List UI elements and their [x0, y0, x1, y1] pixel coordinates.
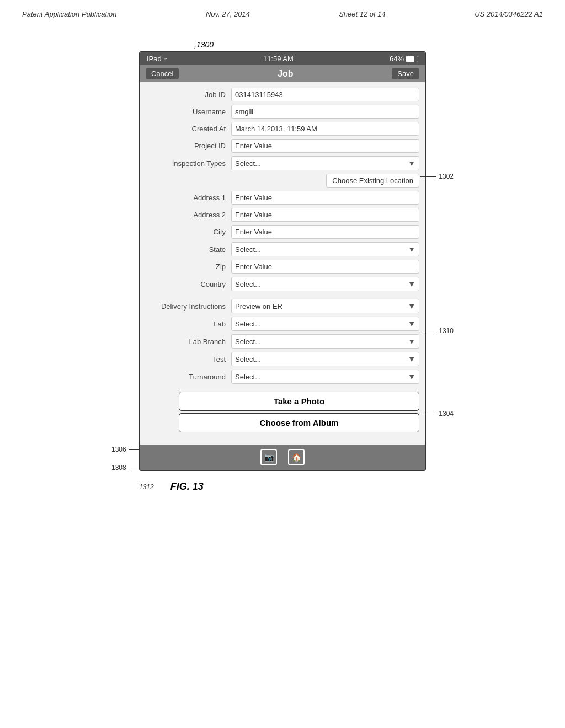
form-row-created-at: Created At March 14,2013, 11:59 AM — [140, 122, 425, 136]
form-row-lab: Lab Select... ▼ — [140, 317, 425, 331]
camera-icon[interactable]: 📷 — [260, 449, 277, 465]
form-row-username: Username smgill — [140, 105, 425, 119]
patent-sheet: Sheet 12 of 14 — [339, 10, 386, 18]
annotation-1304: 1304 — [420, 410, 454, 417]
select-inspection-types-text: Select... — [235, 159, 408, 168]
label-address1: Address 1 — [146, 194, 231, 202]
label-city: City — [146, 228, 231, 236]
choose-album-button[interactable]: Choose from Album — [179, 413, 419, 432]
take-photo-button[interactable]: Take a Photo — [179, 392, 419, 411]
form-row-country: Country Select... ▼ — [140, 277, 425, 291]
label-username: Username — [146, 108, 231, 116]
status-bar: IPad ≈ 11:59 AM 64% — [140, 52, 425, 65]
choose-album-row: Choose from Album — [140, 413, 425, 435]
input-city[interactable]: Enter Value — [231, 225, 419, 239]
figure-ref-1300: ,1300 — [194, 40, 214, 49]
wifi-icon: ≈ — [164, 56, 167, 62]
spacer3 — [140, 435, 425, 439]
input-zip[interactable]: Enter Value — [231, 260, 419, 274]
home-icon[interactable]: 🏠 — [288, 449, 305, 465]
form-row-test: Test Select... ▼ — [140, 352, 425, 366]
annotation-1306: 1306 — [111, 446, 140, 453]
system-bar: 📷 🏠 — [140, 445, 425, 470]
annotation-1308: 1308 — [111, 464, 140, 472]
form-content: Job ID 031413115943 Username smgill Crea… — [140, 82, 425, 445]
take-photo-row: Take a Photo — [140, 392, 425, 413]
select-delivery-text: Preview on ER — [235, 302, 408, 311]
select-test[interactable]: Select... ▼ — [231, 352, 419, 366]
select-test-text: Select... — [235, 355, 408, 363]
select-lab[interactable]: Select... ▼ — [231, 317, 419, 331]
select-lab-branch-text: Select... — [235, 338, 408, 346]
right-annotations: 1302 1310 1304 — [409, 51, 454, 471]
annotation-1302: 1302 — [420, 173, 454, 180]
label-state: State — [146, 245, 231, 254]
spacer1 — [140, 295, 425, 299]
form-row-delivery: Delivery Instructions Preview on ER ▼ — [140, 299, 425, 313]
form-row-inspection-types: Inspection Types Select... ▼ — [140, 156, 425, 170]
choose-existing-location-button[interactable]: Choose Existing Location — [326, 174, 419, 188]
figure-area: ,1300 1306 1308 IPad ≈ 11:59 AM 64 — [0, 24, 565, 493]
input-address2[interactable]: Enter Value — [231, 208, 419, 222]
figure-caption-area: 1312 FIG. 13 — [139, 481, 426, 493]
patent-center-date: Nov. 27, 2014 — [206, 10, 250, 18]
form-row-turnaround: Turnaround Select... ▼ — [140, 370, 425, 384]
label-delivery: Delivery Instructions — [146, 302, 231, 311]
device: IPad ≈ 11:59 AM 64% Cancel Job Save — [139, 51, 426, 471]
label-lab: Lab — [146, 320, 231, 328]
label-job-id: Job ID — [146, 90, 231, 99]
form-row-city: City Enter Value — [140, 225, 425, 239]
patent-header: Patent Application Publication Nov. 27, … — [0, 0, 565, 24]
form-row-zip: Zip Enter Value — [140, 260, 425, 274]
input-address1[interactable]: Enter Value — [231, 191, 419, 205]
select-state-text: Select... — [235, 245, 408, 254]
spacer2 — [140, 387, 425, 392]
select-inspection-types[interactable]: Select... ▼ — [231, 156, 419, 170]
patent-left: Patent Application Publication — [22, 10, 117, 18]
select-delivery[interactable]: Preview on ER ▼ — [231, 299, 419, 313]
form-row-address2: Address 2 Enter Value — [140, 208, 425, 222]
figure-ref-area: ,1300 — [139, 40, 426, 49]
select-lab-branch[interactable]: Select... ▼ — [231, 334, 419, 349]
form-row-address1: Address 1 Enter Value — [140, 191, 425, 205]
form-row-project-id: Project ID Enter Value — [140, 139, 425, 153]
label-lab-branch: Lab Branch — [146, 338, 231, 346]
patent-right: US 2014/0346222 A1 — [475, 10, 543, 18]
input-username[interactable]: smgill — [231, 105, 419, 119]
select-lab-text: Select... — [235, 320, 408, 328]
input-job-id[interactable]: 031413115943 — [231, 88, 419, 101]
nav-title: Job — [278, 69, 293, 79]
annotation-1310: 1310 — [420, 327, 454, 335]
form-row-job-id: Job ID 031413115943 — [140, 88, 425, 101]
device-wrapper: 1306 1308 IPad ≈ 11:59 AM 64% — [111, 51, 454, 471]
input-project-id[interactable]: Enter Value — [231, 139, 419, 153]
label-turnaround: Turnaround — [146, 373, 231, 381]
label-created-at: Created At — [146, 125, 231, 133]
select-state[interactable]: Select... ▼ — [231, 242, 419, 256]
caption-ref-1312: 1312 — [139, 483, 154, 491]
label-address2: Address 2 — [146, 211, 231, 219]
label-project-id: Project ID — [146, 142, 231, 150]
form-row-lab-branch: Lab Branch Select... ▼ — [140, 334, 425, 349]
label-test: Test — [146, 355, 231, 363]
select-country-text: Select... — [235, 280, 408, 288]
left-annotations: 1306 1308 — [111, 51, 156, 471]
status-time: 11:59 AM — [263, 55, 294, 63]
fig-caption: FIG. 13 — [170, 481, 204, 493]
label-inspection-types: Inspection Types — [146, 159, 231, 168]
battery-pct: 64% — [390, 55, 404, 63]
form-row-state: State Select... ▼ — [140, 242, 425, 256]
select-turnaround[interactable]: Select... ▼ — [231, 370, 419, 384]
label-country: Country — [146, 280, 231, 288]
nav-bar: Cancel Job Save — [140, 65, 425, 82]
select-country[interactable]: Select... ▼ — [231, 277, 419, 291]
label-zip: Zip — [146, 263, 231, 271]
select-turnaround-text: Select... — [235, 373, 408, 381]
input-created-at[interactable]: March 14,2013, 11:59 AM — [231, 122, 419, 136]
choose-location-row: Choose Existing Location — [140, 174, 425, 191]
